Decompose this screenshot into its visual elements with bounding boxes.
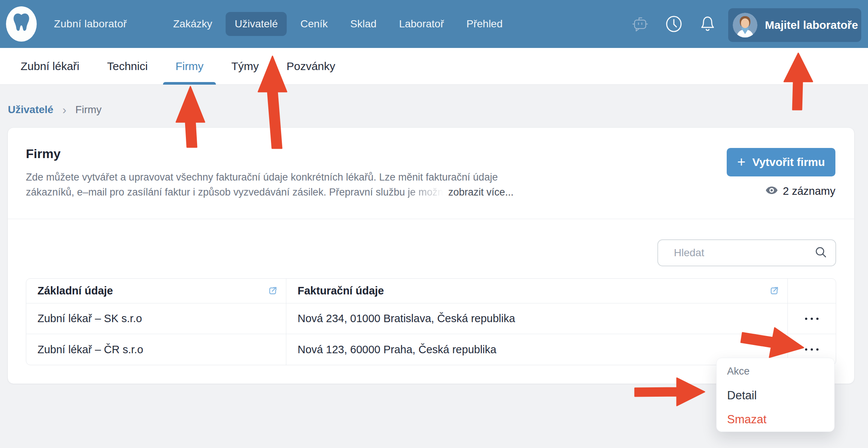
nav-item-cenik[interactable]: Ceník — [300, 18, 328, 30]
table-row-2-billing: Nová 123, 60000 Praha, Česká republika — [286, 334, 788, 365]
plus-icon: + — [737, 155, 745, 169]
user-menu-button[interactable]: Majitel laboratoře — [728, 8, 861, 42]
menu-item-smazat[interactable]: Smazat — [727, 413, 766, 426]
nav-item-sklad[interactable]: Sklad — [350, 18, 377, 30]
tab-pozvanky[interactable]: Pozvánky — [286, 48, 335, 85]
users-tab-bar: Zubní lékaři Technici Firmy Týmy Pozvánk… — [0, 48, 868, 85]
external-link-icon[interactable] — [268, 286, 278, 296]
user-menu-label: Majitel laboratoře — [765, 19, 858, 31]
tab-firmy[interactable]: Firmy — [175, 48, 204, 85]
page-title: Firmy — [26, 146, 61, 161]
ellipsis-icon — [805, 348, 819, 351]
external-link-icon[interactable] — [769, 286, 779, 296]
clock-icon[interactable] — [665, 13, 683, 34]
create-firm-button[interactable]: + Vytvořit firmu — [727, 148, 835, 176]
menu-item-detail[interactable]: Detail — [727, 389, 757, 402]
description-faded-text: je možn — [408, 187, 443, 198]
breadcrumb-firmy: Firmy — [75, 104, 102, 116]
ellipsis-icon — [805, 318, 819, 320]
avatar — [733, 13, 757, 37]
page-description: Zde můžete vytvářet a upravovat všechny … — [26, 170, 558, 200]
search-icon — [814, 246, 827, 260]
breadcrumb-uzivatele[interactable]: Uživatelé — [8, 104, 53, 116]
chat-bot-icon[interactable] — [631, 13, 649, 34]
context-menu-title: Akce — [727, 366, 750, 377]
app-logo[interactable] — [6, 6, 37, 42]
tab-tymy[interactable]: Týmy — [231, 48, 259, 85]
column-header-basic: Základní údaje — [26, 279, 286, 303]
nav-item-uzivatele[interactable]: Uživatelé — [226, 12, 287, 36]
records-count: 2 záznamy — [766, 183, 835, 199]
top-icons — [631, 0, 717, 48]
bell-icon[interactable] — [699, 13, 717, 34]
column-header-actions — [788, 279, 836, 303]
eye-icon — [766, 186, 778, 196]
main-nav: Zakázky Uživatelé Ceník Sklad Laboratoř … — [173, 0, 503, 48]
search-box — [657, 239, 836, 266]
table-row-1-billing: Nová 234, 01000 Bratislava, Česká republ… — [286, 303, 788, 334]
card-divider — [8, 219, 854, 219]
firms-table: Základní údaje Fakturační údaje Zubní lé… — [26, 278, 836, 365]
search-input[interactable] — [674, 247, 814, 259]
tab-technici[interactable]: Technici — [107, 48, 148, 85]
description-line1: Zde můžete vytvářet a upravovat všechny … — [26, 172, 498, 183]
app-title: Zubní laboratoř — [54, 0, 127, 48]
nav-item-laborator[interactable]: Laboratoř — [399, 18, 444, 30]
show-more-link[interactable]: zobrazit více... — [448, 187, 513, 198]
records-count-label: 2 záznamy — [783, 185, 835, 197]
tooth-icon — [12, 12, 31, 36]
table-row-2-basic: Zubní lékař – ČR s.r.o — [26, 334, 286, 365]
row-context-menu: Akce Detail Smazat — [716, 358, 835, 432]
breadcrumb: Uživatelé › Firmy — [8, 99, 102, 121]
row-actions-button[interactable] — [788, 303, 836, 334]
description-line2: zákazníků, e–mail pro zasílání faktur i … — [26, 187, 405, 198]
nav-item-prehled[interactable]: Přehled — [467, 18, 503, 30]
nav-item-zakazky[interactable]: Zakázky — [173, 18, 212, 30]
create-firm-label: Vytvořit firmu — [752, 156, 825, 169]
table-row-1-basic: Zubní lékař – SK s.r.o — [26, 303, 286, 334]
firms-card: Firmy Zde můžete vytvářet a upravovat vš… — [7, 127, 855, 384]
top-navigation-bar: Zubní laboratoř Zakázky Uživatelé Ceník … — [0, 0, 868, 48]
chevron-right-icon: › — [62, 104, 66, 116]
column-header-billing: Fakturační údaje — [286, 279, 788, 303]
tab-zubni-lekari[interactable]: Zubní lékaři — [21, 48, 79, 85]
